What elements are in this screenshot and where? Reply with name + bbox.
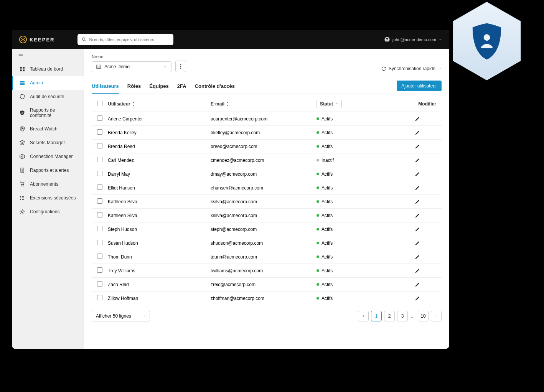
rows-per-page-select[interactable]: Afficher 50 lignes	[92, 311, 150, 321]
svg-point-20	[22, 196, 23, 197]
svg-point-23	[22, 198, 23, 198]
app-window: KEEPER john@acme-demo.com Tableau de bor…	[12, 30, 449, 349]
sidebar-item-breachwatch[interactable]: BreachWatch	[12, 122, 84, 136]
row-checkbox[interactable]	[97, 281, 102, 287]
table-row: Zillow Hoffmanzhoffman@acmecorp.comActif…	[92, 292, 442, 305]
column-email[interactable]: E-mail	[211, 101, 317, 107]
compliance-reports-icon	[19, 110, 25, 116]
row-checkbox[interactable]	[97, 129, 102, 135]
status-dot-icon	[317, 283, 319, 286]
row-checkbox[interactable]	[97, 295, 102, 300]
row-checkbox[interactable]	[97, 157, 102, 162]
user-status: Inactif	[317, 158, 415, 163]
row-checkbox[interactable]	[97, 240, 102, 245]
edit-button[interactable]	[415, 171, 436, 177]
row-checkbox[interactable]	[97, 226, 102, 231]
keeper-logo-icon	[19, 35, 27, 44]
org-icon	[96, 64, 101, 69]
table-row: Kathleen Silvaksilva@acmecorp.comActifs	[92, 209, 442, 222]
edit-button[interactable]	[415, 227, 436, 232]
sidebar-item-label: Tableau de bord	[30, 66, 63, 72]
edit-button[interactable]	[415, 199, 436, 204]
table-footer: Afficher 50 lignes 123 ... 10	[92, 311, 442, 321]
account-menu[interactable]: john@acme-demo.com	[384, 36, 442, 43]
edit-button[interactable]	[415, 213, 436, 218]
page-button[interactable]: 1	[371, 311, 382, 321]
table-row: Steph Hudsonsteph@acmecorp.comActifs	[92, 222, 442, 236]
user-name: Elliot Hansen	[108, 185, 211, 191]
table-row: Thom Dunntdunn@acmecorp.comActifs	[92, 250, 442, 264]
edit-button[interactable]	[415, 296, 436, 301]
edit-button[interactable]	[415, 130, 436, 135]
row-checkbox[interactable]	[97, 254, 102, 259]
status-filter[interactable]: Statut	[317, 100, 342, 108]
nav-collapse-button[interactable]	[12, 49, 84, 62]
edit-button[interactable]	[415, 282, 436, 287]
row-checkbox[interactable]	[97, 212, 102, 217]
sidebar-item-label: Rapports de conformité	[30, 107, 77, 118]
tab-1[interactable]: Rôles	[127, 81, 141, 94]
search-box[interactable]	[77, 34, 173, 45]
sidebar-item-reports-alerts[interactable]: Rapports et alertes	[12, 163, 84, 177]
edit-button[interactable]	[415, 144, 436, 149]
row-checkbox[interactable]	[97, 171, 102, 176]
brand-logo: KEEPER	[19, 35, 54, 44]
sidebar-item-settings[interactable]: Configurations	[12, 205, 84, 219]
edit-button[interactable]	[415, 158, 436, 163]
node-value: Acme Demo	[104, 64, 160, 69]
edit-button[interactable]	[415, 268, 436, 273]
search-input[interactable]	[89, 37, 170, 42]
sidebar-item-admin[interactable]: Admin	[12, 76, 84, 90]
column-user[interactable]: Utilisateur	[108, 101, 211, 107]
sidebar-item-compliance-reports[interactable]: Rapports de conformité	[12, 104, 84, 122]
breachwatch-icon	[19, 126, 25, 132]
page-button[interactable]: 2	[384, 311, 395, 321]
node-select[interactable]: Acme Demo	[92, 61, 171, 72]
user-status: Actifs	[317, 254, 415, 260]
table-row: Zach Reidzreid@acmecorp.comActifs	[92, 278, 442, 292]
status-dot-icon	[317, 228, 319, 231]
sidebar-item-subscriptions[interactable]: Abonnements	[12, 177, 84, 191]
tab-3[interactable]: 2FA	[177, 81, 186, 94]
add-user-button[interactable]: Ajouter utilisateur	[397, 81, 442, 91]
edit-button[interactable]	[415, 116, 436, 122]
tab-2[interactable]: Équipes	[149, 81, 169, 94]
dashboard-icon	[19, 66, 25, 72]
account-icon	[384, 36, 390, 43]
page-prev-button[interactable]	[358, 311, 369, 321]
svg-point-28	[21, 211, 23, 213]
tab-0[interactable]: Utilisateurs	[92, 81, 119, 94]
row-checkbox[interactable]	[97, 115, 102, 121]
edit-button[interactable]	[415, 254, 436, 260]
user-status: Actifs	[317, 171, 415, 177]
edit-button[interactable]	[415, 185, 436, 191]
sidebar-item-connection-manager[interactable]: Connection Manager	[12, 150, 84, 163]
svg-point-17	[21, 186, 22, 186]
user-name: Arlene Carpenter	[108, 116, 211, 122]
row-checkbox[interactable]	[97, 267, 102, 273]
page-last-button[interactable]: 10	[418, 311, 429, 321]
user-name: Brenda Reed	[108, 144, 211, 149]
tab-4[interactable]: Contrôle d'accès	[195, 81, 235, 94]
main-content: Nœud Acme Demo Synchronisation rapide	[84, 49, 449, 349]
user-email: shudson@acmecorp.com	[211, 240, 317, 246]
reports-alerts-icon	[19, 167, 25, 173]
node-section: Nœud Acme Demo Synchronisation rapide	[92, 54, 442, 72]
table-row: Arlene Carpenteracarpenter@acmecorp.comA…	[92, 112, 442, 126]
row-checkbox[interactable]	[97, 184, 102, 190]
edit-button[interactable]	[415, 240, 436, 246]
row-checkbox[interactable]	[97, 198, 102, 204]
sidebar-item-dashboard[interactable]: Tableau de bord	[12, 62, 84, 76]
node-actions-button[interactable]	[175, 61, 186, 72]
svg-point-19	[20, 196, 21, 197]
user-email: dmay@acmecorp.com	[211, 171, 317, 177]
select-all-checkbox[interactable]	[97, 101, 102, 106]
quick-sync-button[interactable]: Synchronisation rapide	[381, 66, 442, 71]
sidebar-item-security-audit[interactable]: Audit de sécurité	[12, 90, 84, 104]
row-checkbox[interactable]	[97, 143, 102, 148]
sidebar-item-secrets-manager[interactable]: Secrets Manager	[12, 136, 84, 150]
svg-point-24	[23, 198, 24, 198]
page-button[interactable]: 3	[397, 311, 408, 321]
sidebar-item-secure-extensions[interactable]: Extensions sécurisées	[12, 191, 84, 205]
page-next-button[interactable]	[431, 311, 442, 321]
